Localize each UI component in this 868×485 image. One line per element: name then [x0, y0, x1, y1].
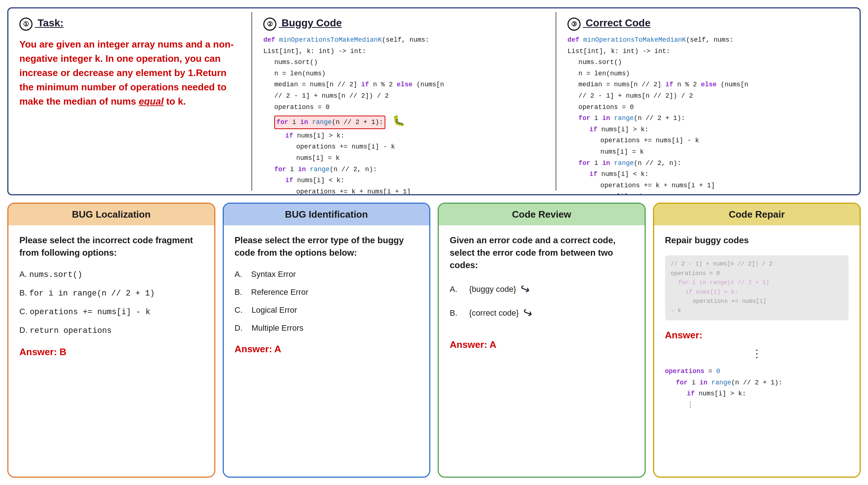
review-option-a[interactable]: A. {buggy code} ↩ [450, 280, 634, 298]
option-d-text: return operations [30, 326, 112, 335]
option-c-label: C. [19, 307, 27, 316]
bug-id-header-text: BUG Identification [285, 209, 368, 220]
bug-id-option-b-label: B. [235, 287, 242, 297]
bug-loc-option-c[interactable]: C. operations += nums[i] - k [19, 305, 203, 319]
buggy-code-block: def minOperationsToMakeMedianK(self, num… [263, 34, 544, 195]
bug-loc-answer-value: B [60, 346, 67, 357]
bug-id-body: Please select the error type of the bugg… [224, 225, 430, 477]
code-repair-header: Code Repair [654, 204, 860, 225]
bug-id-option-a-label: A. [235, 270, 242, 279]
bottom-section: BUG Localization Please select the incor… [7, 203, 861, 478]
code-repair-header-text: Code Repair [729, 209, 785, 220]
bug-id-answer-label: Answer: [235, 343, 272, 354]
circle-2: ② [263, 18, 276, 31]
option-c-text: operations += nums[i] - k [30, 308, 150, 317]
code-repair-question: Repair buggy codes [665, 234, 849, 247]
correct-code-block: def minOperationsToMakeMedianK(self, num… [567, 34, 849, 195]
bug-loc-question: Please select the incorrect code fragmen… [19, 234, 203, 259]
bug-id-option-a-text: Syntax Error [251, 270, 296, 279]
bug-loc-header: BUG Localization [8, 204, 214, 225]
option-b-label: B. [19, 288, 27, 297]
bug-loc-answer: Answer: B [19, 345, 203, 360]
review-option-b-label: B. [450, 307, 457, 319]
buggy-title-text: Buggy Code [282, 17, 342, 29]
bug-id-option-c-label: C. [235, 305, 243, 315]
bug-loc-header-text: BUG Localization [72, 209, 151, 220]
task-title-text: Task: [38, 17, 64, 29]
bug-localization-card: BUG Localization Please select the incor… [7, 203, 215, 478]
code-review-card: Code Review Given an error code and a co… [438, 203, 646, 478]
review-option-a-text: {buggy code} [469, 283, 516, 296]
task-description: You are given an integer array nums and … [19, 37, 240, 109]
repair-answer-code: operations = 0 for i in range(n // 2 + 1… [665, 366, 849, 410]
repair-answer-label: Answer: [665, 328, 849, 343]
correct-title-text: Correct Code [586, 17, 650, 29]
bug-id-question: Please select the error type of the bugg… [235, 234, 419, 259]
bug-loc-answer-label: Answer: [19, 346, 57, 357]
code-review-header: Code Review [439, 204, 645, 225]
bug-id-option-c[interactable]: C. Logical Error [235, 304, 419, 316]
bug-loc-option-a[interactable]: A. nums.sort() [19, 268, 203, 281]
circle-1: ① [19, 18, 33, 31]
option-a-text: nums.sort() [29, 270, 82, 279]
bug-id-answer: Answer: A [235, 342, 419, 357]
repair-dots-top: ⋮ [665, 346, 849, 362]
option-d-label: D. [19, 326, 27, 335]
review-option-b[interactable]: B. {correct code} ↩ [450, 304, 634, 322]
circle-3: ③ [567, 18, 581, 31]
review-answer-label: Answer: [450, 339, 487, 350]
code-repair-card: Code Repair Repair buggy codes // 2 - 1]… [653, 203, 861, 478]
bug-icon: 🐛 [392, 116, 405, 127]
arrow-right-b: ↩ [520, 302, 535, 323]
bug-id-option-b-text: Reference Error [251, 287, 309, 297]
main-container: ① Task: You are given an integer array n… [0, 0, 868, 485]
code-repair-body: Repair buggy codes // 2 - 1] + nums[n //… [654, 225, 860, 477]
bug-id-option-b[interactable]: B. Reference Error [235, 286, 419, 298]
bug-loc-option-b[interactable]: B. for i in range(n // 2 + 1) [19, 286, 203, 300]
bug-id-option-a[interactable]: A. Syntax Error [235, 268, 419, 281]
option-b-text: for i in range(n // 2 + 1) [29, 289, 155, 298]
code-review-answer: Answer: A [450, 337, 634, 353]
review-option-b-text: {correct code} [469, 307, 519, 319]
task-title: ① Task: [19, 17, 240, 31]
bug-id-header: BUG Identification [224, 204, 430, 225]
bug-id-option-c-text: Logical Error [252, 305, 297, 315]
buggy-code-panel: ② Buggy Code def minOperationsToMakeMedi… [252, 8, 555, 194]
bug-id-option-d[interactable]: D. Multiple Errors [235, 322, 419, 334]
option-a-label: A. [19, 270, 27, 279]
correct-code-title: ③ Correct Code [567, 17, 849, 31]
bug-id-answer-value: A [274, 343, 281, 354]
code-review-body: Given an error code and a correct code, … [439, 225, 645, 477]
bug-id-option-d-label: D. [235, 323, 243, 332]
bug-id-option-d-text: Multiple Errors [252, 323, 303, 332]
review-option-a-label: A. [450, 283, 457, 296]
repair-answer-label-text: Answer: [665, 330, 703, 341]
correct-code-panel: ③ Correct Code def minOperationsToMakeMe… [556, 8, 860, 194]
bug-loc-option-d[interactable]: D. return operations [19, 324, 203, 337]
review-answer-value: A [490, 339, 497, 350]
buggy-line-highlight: for i in range(n // 2 + 1): [274, 116, 385, 129]
code-review-header-text: Code Review [512, 209, 571, 220]
repair-preview-code: // 2 - 1] + nums[n // 2]) / 2 operations… [665, 255, 849, 320]
bug-loc-body: Please select the incorrect code fragmen… [8, 225, 214, 477]
code-review-question: Given an error code and a correct code, … [450, 234, 634, 271]
buggy-code-title: ② Buggy Code [263, 17, 544, 31]
top-section: ① Task: You are given an integer array n… [7, 7, 861, 195]
task-panel: ① Task: You are given an integer array n… [8, 8, 251, 194]
bug-identification-card: BUG Identification Please select the err… [223, 203, 431, 478]
arrow-right-a: ↩ [517, 279, 533, 300]
